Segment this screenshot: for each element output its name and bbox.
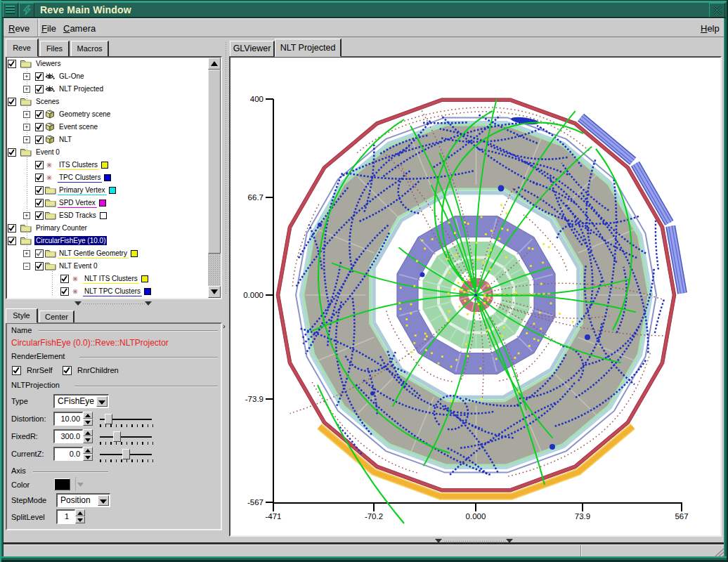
svg-text:0.000: 0.000: [243, 291, 264, 299]
svg-text:73.9: 73.9: [575, 512, 590, 521]
svg-text:-471: -471: [265, 512, 281, 521]
svg-text:-70.2: -70.2: [365, 512, 383, 521]
svg-text:-73.9: -73.9: [245, 395, 264, 403]
svg-text:66.7: 66.7: [248, 193, 264, 202]
svg-text:567: 567: [675, 512, 688, 521]
svg-text:-567: -567: [247, 498, 264, 507]
svg-text:400: 400: [250, 95, 264, 103]
svg-text:0.000: 0.000: [466, 512, 486, 521]
